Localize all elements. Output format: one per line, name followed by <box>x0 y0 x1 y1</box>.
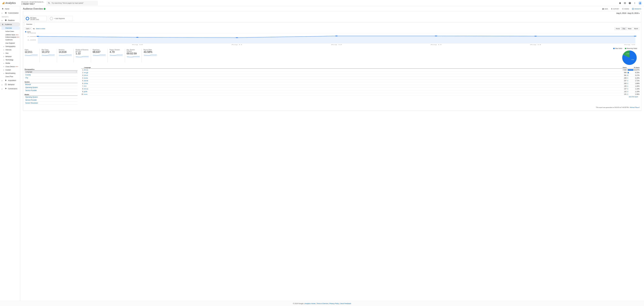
tab-overview[interactable]: Overview <box>24 22 34 26</box>
select-metric-link[interactable]: Select a metric <box>36 28 45 29</box>
svg-text:Aug 13: Aug 13 <box>430 44 442 45</box>
sidebar-customization[interactable]: Customization <box>0 11 20 15</box>
sidebar-item-technology[interactable]: Technology <box>2 58 20 62</box>
refresh-report-link[interactable]: Refresh Report <box>630 107 640 108</box>
sidebar-item-interests[interactable]: Interests <box>2 48 20 52</box>
sidebar-item-overview[interactable]: Overview <box>2 26 20 30</box>
lang-row-en-ca[interactable]: 8.en-ca137 1.14% <box>81 88 640 90</box>
sidebar-acquisition[interactable]: Acquisition <box>0 78 20 82</box>
share-icon <box>622 8 624 10</box>
scorecard-pageviews[interactable]: Pageviews68,637 <box>92 49 108 62</box>
sidebar-conversions[interactable]: Conversions <box>0 86 20 91</box>
granularity-day[interactable]: Day <box>621 27 626 30</box>
insights-button[interactable]: INSIGHTS <box>632 8 641 10</box>
dim-screen-resolution[interactable]: Screen Resolution <box>24 102 78 104</box>
sidebar-realtime[interactable]: Realtime <box>0 18 20 22</box>
sidebar-item-active-users[interactable]: Active Users <box>2 30 20 33</box>
insights-icon <box>632 8 634 10</box>
sidebar-item-cohort-analysis[interactable]: Cohort AnalysisBETA <box>2 36 20 38</box>
dim-operating-system[interactable]: Operating System <box>24 96 78 99</box>
dim-service-provider[interactable]: Service Provider <box>24 99 78 102</box>
sidebar-item-users-flow[interactable]: Users Flow <box>2 75 20 78</box>
sidebar-behavior[interactable]: Behavior <box>0 82 20 86</box>
svg-point-16 <box>236 37 238 38</box>
dim-language[interactable]: Language <box>24 70 78 74</box>
svg-text:77.8%: 77.8% <box>631 59 634 60</box>
view-full-report-link[interactable]: view full report <box>629 96 638 98</box>
scorecard-pages-session[interactable]: Pages / Session4.70 <box>110 49 125 62</box>
export-icon <box>611 8 613 10</box>
sidebar-item-geo[interactable]: Geo <box>2 52 20 55</box>
person-icon <box>2 24 4 25</box>
apps-icon[interactable] <box>624 2 626 4</box>
search-box[interactable] <box>46 1 98 6</box>
lang-row-zh-tw[interactable]: 6.zh-tw200 1.66% <box>81 82 640 85</box>
scorecard-users[interactable]: Users12,011 <box>24 49 40 62</box>
sidebar-item-benchmarking[interactable]: Benchmarking <box>2 72 20 75</box>
svg-text:22.2%: 22.2% <box>626 53 629 54</box>
svg-text:Aug 11: Aug 11 <box>231 44 242 45</box>
more-icon[interactable] <box>634 2 636 4</box>
sidebar-item-custom[interactable]: Custom <box>2 68 20 72</box>
date-range-picker[interactable]: Aug 9, 2019 - Aug 15, 2019 ▾ <box>23 11 641 15</box>
sidebar-item-user-explorer[interactable]: User Explorer <box>2 42 20 45</box>
sidebar-item-demographics[interactable]: Demographics <box>2 45 20 48</box>
home-icon <box>2 8 4 10</box>
footer-link-terms-of-service[interactable]: Terms of Service <box>316 303 328 304</box>
scorecard-bounce-rate[interactable]: Bounce Rate43.58% <box>144 49 159 62</box>
scorecard-avg-session-duration[interactable]: Avg. Session Duration00:02:59 <box>126 49 142 62</box>
granularity-hourly[interactable]: Hourly <box>614 27 621 30</box>
footer-link-privacy-policy[interactable]: Privacy Policy <box>329 303 339 304</box>
segment-all-users[interactable]: All Users100.00% Users <box>24 16 47 21</box>
search-input[interactable] <box>52 2 96 4</box>
lang-row-es-es[interactable]: 4.es-es259 2.15% <box>81 77 640 80</box>
scorecard-new-users[interactable]: New Users10,372 <box>42 49 57 62</box>
users-line-chart[interactable]: 1,0002,0003,000Aug 10Aug 11Aug 12Aug 13A… <box>24 32 640 46</box>
lang-row-fr-fr[interactable]: 7.fr-fr155 1.29% <box>81 85 640 88</box>
vs-label: vs. <box>33 28 35 29</box>
sidebar-audience[interactable]: Audience <box>0 22 20 26</box>
sidebar-item-mobile[interactable]: Mobile <box>2 62 20 65</box>
add-segment-button[interactable]: + Add Segment <box>48 16 72 21</box>
sidebar-item-behavior[interactable]: Behavior <box>2 55 20 58</box>
dim-city[interactable]: City <box>24 76 78 79</box>
chevron-right-icon <box>2 84 4 86</box>
footer-link-send-feedback[interactable]: Send Feedback <box>340 303 351 304</box>
svg-text:2,000: 2,000 <box>27 36 36 37</box>
account-selector[interactable]: All accounts > Google Merchandise St... … <box>22 1 44 5</box>
scorecard-sessions[interactable]: Sessions14,616 <box>58 49 74 62</box>
metric-selector[interactable]: Users <box>24 27 32 30</box>
lang-row-en-us[interactable]: 1.en-us7,559 62.87% <box>81 69 640 71</box>
analytics-logo[interactable]: Analytics <box>2 2 20 4</box>
granularity-month[interactable]: Month <box>633 27 639 30</box>
share-button[interactable]: SHARE <box>622 8 629 10</box>
clock-icon <box>5 19 7 21</box>
verified-icon: ✓ <box>44 8 46 10</box>
sidebar-item-cross-device[interactable]: Cross DeviceBETA <box>2 65 20 68</box>
lang-row-zh-cn[interactable]: 3.zh-cn381 3.17% <box>81 74 640 77</box>
save-icon <box>602 8 604 10</box>
bell-icon[interactable] <box>619 2 621 4</box>
help-icon[interactable] <box>628 2 631 4</box>
dim-browser[interactable]: Browser <box>24 83 78 86</box>
lang-row-en-gb[interactable]: 2.en-gb986 8.20% <box>81 71 640 74</box>
granularity-week[interactable]: Week <box>626 27 633 30</box>
legend-returning-visitor: Returning Visitor <box>625 48 637 49</box>
save-button[interactable]: SAVE <box>602 8 608 10</box>
avatar[interactable] <box>638 1 642 5</box>
sidebar-item-lifetime-value[interactable]: Lifetime ValueBETA <box>2 33 20 36</box>
dim-service-provider[interactable]: Service Provider <box>24 89 78 92</box>
view-name: 1 Master View▾ <box>22 3 44 5</box>
scorecard-number-of-sessions-per-user[interactable]: Number of Sessions per User1.22 <box>76 49 91 62</box>
dim-country[interactable]: Country <box>24 74 78 76</box>
visitor-pie-chart[interactable]: 77.8% 22.2% <box>622 50 637 66</box>
lang-row-pt-br[interactable]: 9.pt-br132 1.10% <box>81 90 640 93</box>
dim-operating-system[interactable]: Operating System <box>24 86 78 89</box>
sidebar-home[interactable]: Home <box>0 7 20 11</box>
footer-link-analytics-home[interactable]: Analytics Home <box>304 303 315 304</box>
lang-row-ru-ru[interactable]: 10.ru-ru131 1.09% <box>81 93 640 96</box>
export-button[interactable]: EXPORT <box>611 8 619 10</box>
svg-text:Aug 12: Aug 12 <box>331 44 342 45</box>
lang-row-de-de[interactable]: 5.de-de207 1.72% <box>81 80 640 82</box>
sidebar-item-audiences[interactable]: Audiences <box>2 38 20 42</box>
